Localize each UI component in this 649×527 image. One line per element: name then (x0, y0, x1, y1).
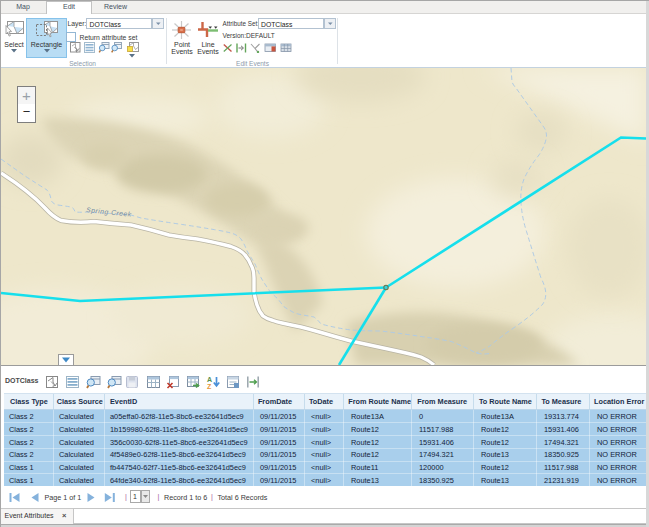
svg-text:Z: Z (207, 383, 212, 389)
svg-text:A: A (207, 376, 212, 383)
